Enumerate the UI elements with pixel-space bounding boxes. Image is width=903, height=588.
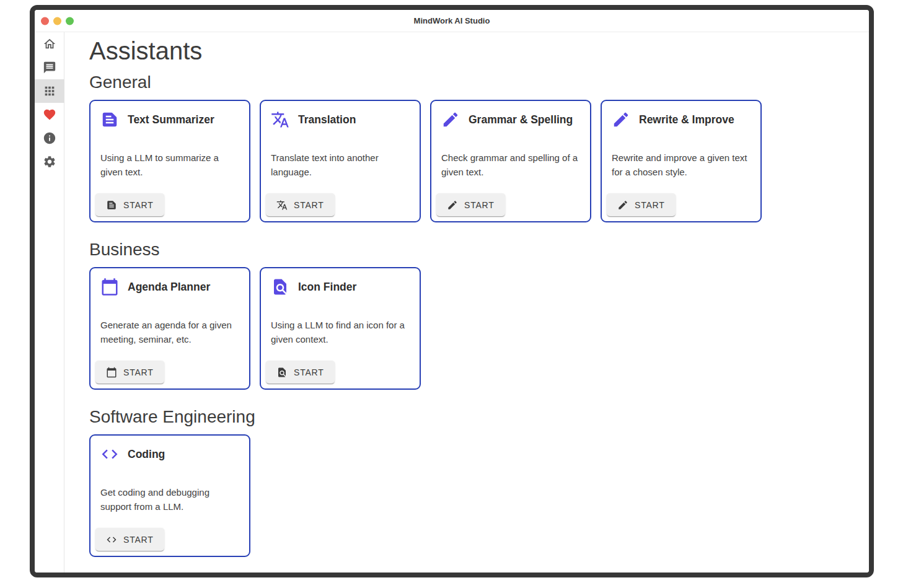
calendar-icon xyxy=(106,367,117,378)
start-button-label: START xyxy=(294,200,324,210)
text-snippet-icon xyxy=(106,200,117,211)
card-title: Coding xyxy=(128,448,165,461)
page-title: Assistants xyxy=(89,36,869,66)
assistant-card: Text Summarizer Using a LLM to summarize… xyxy=(89,100,250,222)
card-actions: START xyxy=(90,188,249,221)
start-button-label: START xyxy=(123,367,154,377)
apps-icon xyxy=(43,84,56,98)
translate-icon xyxy=(276,200,288,211)
card-actions: START xyxy=(261,356,420,388)
card-title: Agenda Planner xyxy=(128,281,210,294)
card-actions: START xyxy=(90,356,249,388)
card-title: Icon Finder xyxy=(298,281,356,294)
minimize-window-button[interactable] xyxy=(53,17,61,25)
start-button-label: START xyxy=(464,200,495,210)
card-description: Using a LLM to find an icon for a given … xyxy=(261,296,420,346)
start-button-icon xyxy=(276,200,288,211)
card-title: Rewrite & Improve xyxy=(639,113,734,126)
assistant-section: Software Engineering Coding Get coding a… xyxy=(89,406,869,557)
window-titlebar: MindWork AI Studio xyxy=(35,10,869,32)
card-icon xyxy=(612,110,630,129)
card-title: Translation xyxy=(298,113,356,126)
card-icon xyxy=(100,445,119,463)
sidebar-item-home[interactable] xyxy=(35,32,64,56)
card-description: Generate an agenda for a given meeting, … xyxy=(90,296,249,346)
sidebar-item-favorites[interactable] xyxy=(35,103,64,126)
sidebar-item-chats[interactable] xyxy=(35,56,64,79)
start-button[interactable]: START xyxy=(95,193,164,216)
card-description: Using a LLM to summarize a given text. xyxy=(90,129,249,179)
card-icon xyxy=(271,278,289,296)
start-button-icon xyxy=(106,200,117,211)
card-header: Grammar & Spelling xyxy=(431,101,590,129)
card-header: Agenda Planner xyxy=(90,268,249,296)
translate-icon xyxy=(271,110,289,129)
text-snippet-icon xyxy=(100,110,119,129)
start-button[interactable]: START xyxy=(95,361,164,384)
assistant-card: Icon Finder Using a LLM to find an icon … xyxy=(260,267,421,390)
start-button-label: START xyxy=(294,367,324,377)
sections-container: General Text Summarizer Using a LLM to s… xyxy=(89,72,869,557)
card-row: Agenda Planner Generate an agenda for a … xyxy=(89,267,869,390)
assistant-card: Translation Translate text into another … xyxy=(260,100,421,222)
card-header: Translation xyxy=(261,101,420,129)
card-header: Text Summarizer xyxy=(90,101,249,129)
assistant-section: Business Agenda Planner Generate an agen… xyxy=(89,239,869,390)
start-button-label: START xyxy=(123,200,154,210)
card-icon xyxy=(271,110,289,129)
assistant-card: Coding Get coding and debugging support … xyxy=(89,434,250,557)
home-icon xyxy=(43,37,56,51)
desktop-background: MindWork AI Studio Assistants General Te… xyxy=(0,0,903,588)
card-header: Icon Finder xyxy=(261,268,420,296)
window-title: MindWork AI Studio xyxy=(414,16,490,25)
start-button-icon xyxy=(106,367,117,378)
traffic-lights xyxy=(41,17,74,25)
section-heading: General xyxy=(89,72,869,93)
sidebar-item-settings[interactable] xyxy=(35,150,64,173)
card-description: Check grammar and spelling of a given te… xyxy=(431,129,590,179)
card-description: Rewrite and improve a given text for a c… xyxy=(602,129,760,179)
start-button[interactable]: START xyxy=(95,528,164,551)
assistant-card: Rewrite & Improve Rewrite and improve a … xyxy=(601,100,762,222)
card-header: Coding xyxy=(90,436,249,463)
start-button[interactable]: START xyxy=(436,193,505,216)
assistant-card: Agenda Planner Generate an agenda for a … xyxy=(89,267,250,390)
start-button-icon xyxy=(617,200,628,211)
zoom-window-button[interactable] xyxy=(66,17,74,25)
info-icon xyxy=(43,131,56,145)
code-icon xyxy=(100,445,119,463)
pencil-icon xyxy=(441,110,460,129)
start-button-label: START xyxy=(123,535,154,545)
start-button[interactable]: START xyxy=(266,361,335,384)
close-window-button[interactable] xyxy=(41,17,49,25)
start-button-icon xyxy=(447,200,458,211)
start-button[interactable]: START xyxy=(266,193,335,216)
heart-icon xyxy=(43,108,56,121)
card-title: Text Summarizer xyxy=(128,113,214,126)
card-icon xyxy=(100,110,119,129)
start-button-icon xyxy=(106,534,117,545)
find-in-page-icon xyxy=(271,278,289,296)
window-body: Assistants General Text Summarizer Using… xyxy=(35,32,869,573)
start-button[interactable]: START xyxy=(607,193,676,216)
start-button-icon xyxy=(276,367,288,378)
card-actions: START xyxy=(431,188,590,221)
pencil-icon xyxy=(447,200,458,211)
card-icon xyxy=(441,110,460,129)
app-window: MindWork AI Studio Assistants General Te… xyxy=(30,5,874,577)
calendar-icon xyxy=(100,278,119,296)
sidebar-item-assistants[interactable] xyxy=(35,79,64,103)
section-heading: Business xyxy=(89,239,869,260)
sidebar xyxy=(35,32,64,573)
gear-icon xyxy=(43,155,56,169)
card-header: Rewrite & Improve xyxy=(602,101,760,129)
card-description: Get coding and debugging support from a … xyxy=(90,463,249,514)
code-icon xyxy=(106,534,117,545)
pencil-icon xyxy=(612,110,630,129)
card-description: Translate text into another language. xyxy=(261,129,420,179)
sidebar-item-about[interactable] xyxy=(35,126,64,150)
card-row: Text Summarizer Using a LLM to summarize… xyxy=(89,100,869,222)
assistant-section: General Text Summarizer Using a LLM to s… xyxy=(89,72,869,222)
card-icon xyxy=(100,278,119,296)
card-actions: START xyxy=(90,523,249,556)
